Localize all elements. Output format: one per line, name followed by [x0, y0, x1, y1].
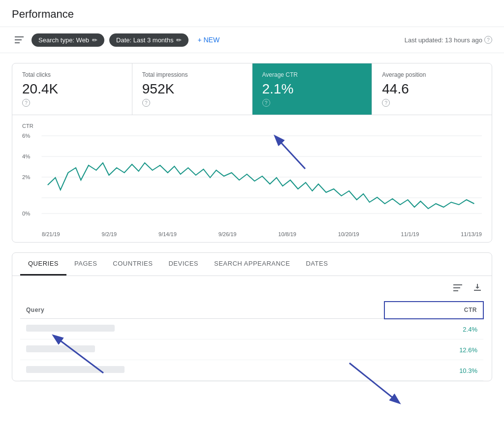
search-type-label: Search type: Web: [38, 36, 89, 44]
svg-rect-17: [453, 290, 458, 291]
chart-x-labels: 8/21/19 9/2/19 9/14/19 9/26/19 10/8/19 1…: [22, 229, 482, 237]
help-icon-position[interactable]: ?: [382, 99, 390, 107]
new-button[interactable]: + NEW: [193, 33, 223, 47]
tabs-row: QUERIES PAGES COUNTRIES DEVICES SEARCH A…: [12, 253, 492, 276]
x-label-4: 9/26/19: [219, 231, 237, 237]
tab-pages-label: PAGES: [74, 260, 97, 267]
tab-dates-label: DATES: [306, 260, 328, 267]
download-button[interactable]: [471, 281, 484, 296]
chart-y-label: CTR: [22, 123, 482, 129]
chart-container: 6% 4% 2% 0%: [22, 131, 482, 229]
date-chip[interactable]: Date: Last 3 months ✏: [109, 33, 189, 47]
date-label: Date: Last 3 months: [116, 36, 173, 44]
col-header-query[interactable]: Query: [20, 302, 384, 319]
metric-value-ctr: 2.1%: [262, 81, 362, 97]
col-header-ctr-label: CTR: [464, 307, 477, 313]
metric-cell-impressions[interactable]: Total impressions 952K ?: [132, 63, 252, 115]
page-header: Performance: [0, 0, 504, 27]
filter-table-icon: [453, 284, 462, 291]
help-icon[interactable]: ?: [484, 36, 492, 44]
new-button-label: + NEW: [197, 36, 220, 44]
x-label-7: 11/1/19: [401, 231, 419, 237]
filter-table-button[interactable]: [451, 281, 464, 296]
ctr-value-3: 10.3%: [459, 367, 477, 374]
x-label-8: 11/13/19: [461, 231, 482, 237]
x-label-2: 9/2/19: [102, 231, 117, 237]
data-table: Query CTR: [20, 301, 484, 381]
svg-rect-2: [15, 42, 20, 43]
help-icon-ctr[interactable]: ?: [262, 99, 270, 107]
toolbar: Search type: Web ✏ Date: Last 3 months ✏…: [0, 27, 504, 53]
query-cell-3: [20, 360, 384, 381]
bottom-panel: QUERIES PAGES COUNTRIES DEVICES SEARCH A…: [12, 252, 492, 381]
ctr-cell-2: 12.6%: [384, 339, 483, 360]
x-label-5: 10/8/19: [278, 231, 296, 237]
metric-value-position: 44.6: [382, 81, 482, 97]
svg-rect-15: [453, 284, 462, 285]
query-text-1: [26, 325, 115, 332]
svg-text:2%: 2%: [22, 174, 31, 180]
svg-rect-18: [474, 290, 481, 291]
x-label-6: 10/20/19: [338, 231, 359, 237]
edit-icon-date: ✏: [176, 36, 182, 44]
query-cell-2: [20, 339, 384, 360]
metric-cell-clicks[interactable]: Total clicks 20.4K ?: [12, 63, 132, 115]
help-icon-impressions[interactable]: ?: [142, 99, 150, 107]
page-title: Performance: [12, 8, 492, 21]
page-wrapper: Performance Search type: Web ✏ Date: Las…: [0, 0, 504, 430]
svg-rect-16: [453, 287, 460, 288]
metric-label-position: Average position: [382, 71, 482, 78]
table-header-row: Query CTR: [20, 302, 483, 319]
filter-button[interactable]: [12, 34, 27, 45]
metric-value-impressions: 952K: [142, 81, 242, 97]
last-updated-text: Last updated: 13 hours ago: [405, 36, 482, 44]
table-row: 10.3%: [20, 360, 483, 381]
query-text-2: [26, 345, 95, 352]
svg-text:6%: 6%: [22, 133, 31, 139]
ctr-value-2: 12.6%: [459, 346, 477, 354]
svg-rect-0: [15, 36, 24, 37]
metric-label-clicks: Total clicks: [22, 71, 122, 78]
chart-svg: 6% 4% 2% 0%: [22, 131, 482, 229]
tab-search-appearance[interactable]: SEARCH APPEARANCE: [206, 253, 298, 276]
metric-label-impressions: Total impressions: [142, 71, 242, 78]
ctr-value-1: 2.4%: [463, 326, 477, 333]
metric-cell-position[interactable]: Average position 44.6 ?: [372, 63, 492, 115]
tab-search-appearance-label: SEARCH APPEARANCE: [214, 260, 290, 267]
tab-countries-label: COUNTRIES: [113, 260, 153, 267]
help-icon-clicks[interactable]: ?: [22, 99, 30, 107]
col-header-ctr[interactable]: CTR: [384, 302, 483, 319]
search-type-chip[interactable]: Search type: Web ✏: [32, 33, 104, 47]
metric-label-ctr: Average CTR: [262, 71, 362, 78]
download-icon: [473, 283, 482, 292]
svg-text:4%: 4%: [22, 154, 31, 159]
table-toolbar: [12, 276, 492, 301]
tab-queries-label: QUERIES: [28, 260, 59, 267]
x-label-1: 8/21/19: [42, 231, 60, 237]
metrics-row: Total clicks 20.4K ? Total impressions 9…: [12, 63, 492, 115]
table-row: 12.6%: [20, 339, 483, 360]
tab-pages[interactable]: PAGES: [66, 253, 105, 276]
ctr-cell-1: 2.4%: [384, 319, 483, 339]
edit-icon: ✏: [92, 36, 97, 44]
tab-dates[interactable]: DATES: [298, 253, 336, 276]
tab-queries[interactable]: QUERIES: [20, 253, 66, 276]
ctr-cell-3: 10.3%: [384, 360, 483, 381]
col-header-query-label: Query: [26, 307, 44, 313]
last-updated: Last updated: 13 hours ago ?: [405, 36, 492, 44]
table-container: Query CTR: [12, 301, 492, 381]
query-text-3: [26, 366, 125, 373]
filter-icon: [15, 36, 24, 43]
metric-cell-ctr[interactable]: Average CTR 2.1% ?: [252, 63, 373, 115]
svg-text:0%: 0%: [22, 211, 31, 216]
table-row: 2.4%: [20, 319, 483, 339]
x-label-3: 9/14/19: [158, 231, 177, 237]
query-cell-1: [20, 319, 384, 339]
tab-devices-label: DEVICES: [168, 260, 198, 267]
chart-area: CTR 6% 4% 2% 0%: [12, 115, 492, 242]
tab-countries[interactable]: COUNTRIES: [105, 253, 160, 276]
svg-rect-1: [15, 39, 22, 40]
tab-devices[interactable]: DEVICES: [160, 253, 206, 276]
main-content: Total clicks 20.4K ? Total impressions 9…: [0, 53, 504, 391]
metric-value-clicks: 20.4K: [22, 81, 122, 97]
